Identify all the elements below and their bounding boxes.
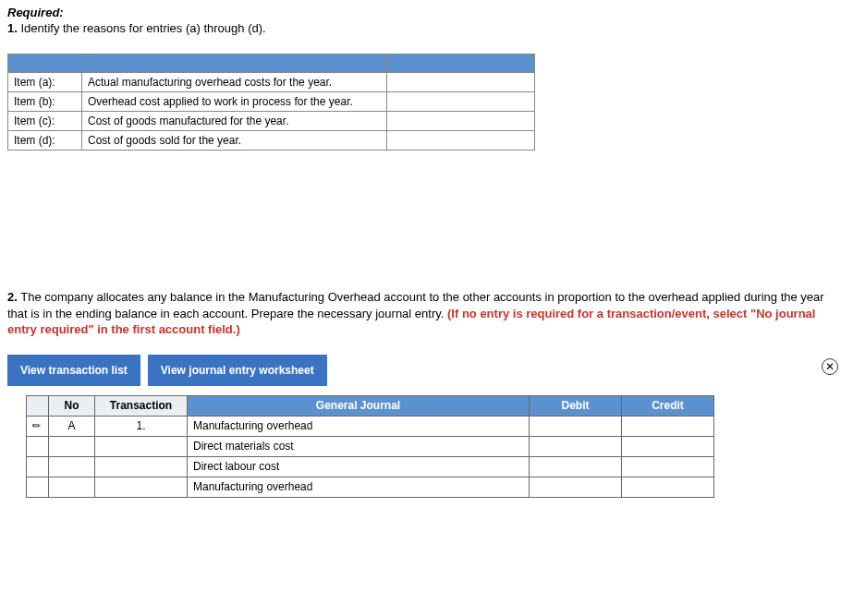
edit-cell[interactable] [27, 477, 49, 497]
view-journal-worksheet-tab[interactable]: View journal entry worksheet [148, 355, 327, 386]
jh-transaction: Transaction [95, 395, 188, 416]
item-value[interactable]: Cost of goods sold for the year. [82, 131, 387, 151]
journal-debit[interactable] [530, 436, 622, 456]
journal-row: Direct materials cost [27, 436, 714, 456]
item-label: Item (c): [8, 112, 82, 131]
jh-general-journal: General Journal [188, 395, 530, 416]
q2-number: 2. [7, 290, 18, 304]
journal-account[interactable]: Direct materials cost [188, 436, 530, 456]
item-row: Item (d): Cost of goods sold for the yea… [8, 131, 535, 151]
item-tail [387, 92, 535, 112]
edit-cell[interactable] [27, 436, 49, 456]
journal-transaction [95, 477, 188, 497]
item-label: Item (a): [8, 73, 82, 92]
journal-no [49, 456, 95, 477]
items-header-blank-2 [82, 54, 387, 73]
journal-table: No Transaction General Journal Debit Cre… [26, 395, 714, 498]
item-row: Item (c): Cost of goods manufactured for… [8, 112, 535, 131]
item-label: Item (d): [8, 131, 82, 151]
journal-transaction [95, 436, 188, 456]
items-header-blank-3 [387, 54, 535, 73]
item-value[interactable]: Cost of goods manufactured for the year. [82, 112, 387, 131]
required-heading: Required: [7, 6, 846, 19]
journal-debit[interactable] [530, 456, 622, 477]
jh-no: No [49, 395, 95, 416]
item-label: Item (b): [8, 92, 82, 112]
journal-transaction [95, 456, 188, 477]
journal-credit[interactable] [622, 436, 714, 456]
items-table: Item (a): Actual manufacturing overhead … [7, 54, 535, 151]
journal-debit[interactable] [530, 416, 622, 436]
q1-text: Identify the reasons for entries (a) thr… [20, 21, 265, 35]
jh-credit: Credit [622, 395, 714, 416]
journal-credit[interactable] [622, 416, 714, 436]
item-row: Item (b): Overhead cost applied to work … [8, 92, 535, 112]
view-transaction-list-tab[interactable]: View transaction list [7, 355, 140, 386]
journal-account[interactable]: Direct labour cost [188, 456, 530, 477]
q1-number: 1. [7, 21, 18, 35]
item-tail [387, 73, 535, 92]
edit-cell[interactable] [27, 456, 49, 477]
journal-account[interactable]: Manufacturing overhead [188, 416, 530, 436]
item-row: Item (a): Actual manufacturing overhead … [8, 73, 535, 92]
journal-row: Manufacturing overhead [27, 477, 714, 497]
question-2: 2. The company allocates any balance in … [7, 289, 846, 338]
question-1: 1. Identify the reasons for entries (a) … [7, 21, 846, 35]
journal-debit[interactable] [530, 477, 622, 497]
item-tail [387, 112, 535, 131]
journal-row: ✎ A 1. Manufacturing overhead [27, 416, 714, 436]
item-value[interactable]: Overhead cost applied to work in process… [82, 92, 387, 112]
journal-no [49, 436, 95, 456]
journal-row: Direct labour cost [27, 456, 714, 477]
item-value[interactable]: Actual manufacturing overhead costs for … [82, 73, 387, 92]
item-tail [387, 131, 535, 151]
journal-transaction: 1. [95, 416, 188, 436]
items-header-blank-1 [8, 54, 82, 73]
tab-row: View transaction list View journal entry… [7, 355, 846, 386]
edit-cell[interactable]: ✎ [27, 416, 49, 436]
journal-account[interactable]: Manufacturing overhead [188, 477, 530, 497]
jh-edit [27, 395, 49, 416]
journal-no [49, 477, 95, 497]
close-icon[interactable]: ✕ [822, 358, 838, 375]
journal-credit[interactable] [622, 456, 714, 477]
pencil-icon: ✎ [30, 419, 44, 434]
journal-no: A [49, 416, 95, 436]
journal-credit[interactable] [622, 477, 714, 497]
jh-debit: Debit [530, 395, 622, 416]
